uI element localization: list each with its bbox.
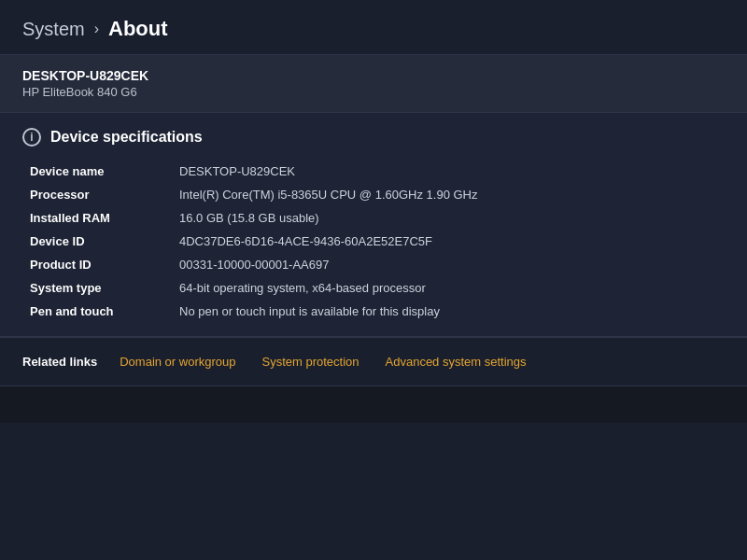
spec-label-6: Pen and touch bbox=[30, 300, 179, 323]
device-banner: DESKTOP-U829CEK HP EliteBook 840 G6 bbox=[0, 54, 747, 113]
spec-label-0: Device name bbox=[30, 160, 179, 183]
computer-name: DESKTOP-U829CEK bbox=[22, 68, 725, 83]
spec-value-5: 64-bit operating system, x64-based proce… bbox=[179, 276, 725, 300]
spec-value-2: 16.0 GB (15.8 GB usable) bbox=[179, 206, 725, 230]
spec-label-1: Processor bbox=[30, 183, 179, 206]
domain-workgroup-link[interactable]: Domain or workgroup bbox=[120, 355, 235, 369]
bottom-area bbox=[0, 385, 747, 423]
info-icon: i bbox=[22, 128, 41, 147]
specs-table: Device nameDESKTOP-U829CEKProcessorIntel… bbox=[22, 160, 725, 323]
spec-value-4: 00331-10000-00001-AA697 bbox=[179, 253, 725, 276]
device-model: HP EliteBook 840 G6 bbox=[22, 85, 725, 99]
system-protection-link[interactable]: System protection bbox=[261, 355, 359, 369]
related-links-label: Related links bbox=[22, 355, 97, 369]
system-breadcrumb[interactable]: System bbox=[22, 19, 85, 40]
spec-label-4: Product ID bbox=[30, 253, 179, 276]
advanced-system-settings-link[interactable]: Advanced system settings bbox=[386, 355, 527, 369]
device-specs-section: i Device specifications Device nameDESKT… bbox=[0, 113, 747, 336]
page-title: About bbox=[108, 17, 168, 41]
spec-value-6: No pen or touch input is available for t… bbox=[179, 300, 725, 323]
page-header: System › About bbox=[0, 0, 747, 54]
specs-title: Device specifications bbox=[50, 129, 203, 146]
spec-label-2: Installed RAM bbox=[30, 206, 179, 230]
specs-header: i Device specifications bbox=[22, 128, 725, 147]
spec-value-0: DESKTOP-U829CEK bbox=[179, 160, 725, 183]
spec-value-1: Intel(R) Core(TM) i5-8365U CPU @ 1.60GHz… bbox=[179, 183, 725, 206]
spec-value-3: 4DC37DE6-6D16-4ACE-9436-60A2E52E7C5F bbox=[179, 230, 725, 253]
spec-label-3: Device ID bbox=[30, 230, 179, 253]
breadcrumb-chevron: › bbox=[94, 21, 99, 37]
spec-label-5: System type bbox=[30, 276, 179, 300]
related-links-bar: Related links Domain or workgroup System… bbox=[0, 337, 747, 385]
